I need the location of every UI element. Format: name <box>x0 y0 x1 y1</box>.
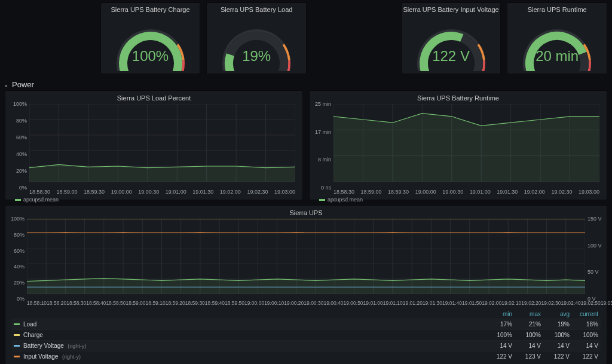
panel-title: Sierra UPS Battery Runtime <box>313 93 603 104</box>
gauge-arc: 100% <box>106 14 195 68</box>
gauge-battery-charge[interactable]: Sierra UPS Battery Charge 100% <box>100 2 201 74</box>
chart-battery-runtime[interactable]: Sierra UPS Battery Runtime 0 ns8 min17 m… <box>309 90 607 200</box>
gauge-runtime[interactable]: Sierra UPS Runtime 20 min <box>507 2 607 74</box>
gauges-row: Sierra UPS Battery Charge 100% Sierra UP… <box>0 0 612 79</box>
chart-legend: apcupsd.mean <box>319 197 603 203</box>
panel-title: Sierra UPS Runtime <box>528 3 587 14</box>
chevron-down-icon: ⌄ <box>4 81 8 88</box>
legend-table: min max avg current Load17%21%19%18%Char… <box>11 310 601 362</box>
row-header-label: Power <box>12 80 34 89</box>
gauge-value: 20 min <box>512 48 602 65</box>
gauge-arc: 19% <box>212 14 301 68</box>
legend-row[interactable]: Battery Voltage (right-y)14 V14 V14 V14 … <box>11 340 601 351</box>
panel-title: Sierra UPS <box>9 208 603 219</box>
gauge-input-voltage[interactable]: Sierra UPS Battery Input Voltage 122 V <box>401 2 501 74</box>
gauge-value: 100% <box>106 48 195 65</box>
panel-title: Sierra UPS Battery Charge <box>111 3 189 14</box>
charts-row: Sierra UPS Load Percent 0%20%40%60%80%10… <box>0 90 612 205</box>
gauge-value: 19% <box>212 48 301 65</box>
gauge-value: 122 V <box>406 48 496 65</box>
panel-title: Sierra UPS Battery Input Voltage <box>403 3 498 14</box>
chart-sierra-ups[interactable]: Sierra UPS 0%20%40%60%80%100%0 V50 V100 … <box>5 205 607 364</box>
chart-legend: apcupsd.mean <box>15 197 299 203</box>
row-header-power[interactable]: ⌄ Power <box>0 79 612 90</box>
panel-title: Sierra UPS Battery Load <box>221 3 292 14</box>
legend-row[interactable]: Input Voltage (right-y)122 V123 V122 V12… <box>11 351 601 362</box>
panel-title: Sierra UPS Load Percent <box>9 93 299 104</box>
legend-row[interactable]: Load17%21%19%18% <box>11 319 601 329</box>
chart-load-percent[interactable]: Sierra UPS Load Percent 0%20%40%60%80%10… <box>5 90 303 200</box>
gauge-arc: 122 V <box>406 14 496 68</box>
gauge-battery-load[interactable]: Sierra UPS Battery Load 19% <box>206 2 307 74</box>
gauge-arc: 20 min <box>512 14 602 68</box>
legend-row[interactable]: Charge100%100%100%100% <box>11 329 601 340</box>
